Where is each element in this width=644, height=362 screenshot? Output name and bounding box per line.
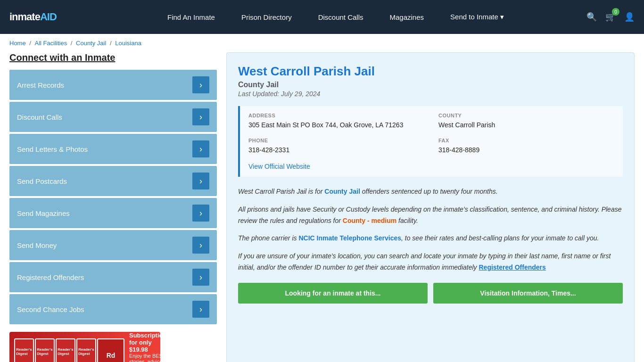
desc3-post: , to see their rates and best-calling pl… <box>401 234 599 242</box>
sidebar-item-label: Send Magazines <box>17 209 70 217</box>
county-value: West Carroll Parish <box>438 120 614 130</box>
desc-paragraph-3: The phone carrier is NCIC Inmate Telepho… <box>238 233 623 244</box>
ad-text: 1 Year Subscription for only $19.98 Enjo… <box>129 332 160 362</box>
website-field: View Official Website <box>248 163 614 170</box>
nav-discount-calls[interactable]: Discount Calls <box>305 13 377 21</box>
facility-info-box: ADDRESS 305 East Main St PO Box 744, Oak… <box>238 106 623 177</box>
fax-value: 318-428-8889 <box>438 145 614 155</box>
fax-field: FAX 318-428-8889 <box>438 138 614 155</box>
sidebar-item-send-magazines[interactable]: Send Magazines › <box>9 198 217 228</box>
breadcrumb-sep-3: / <box>110 40 113 47</box>
phone-label: PHONE <box>248 138 424 143</box>
sidebar-arrow-send-money: › <box>192 237 209 254</box>
sidebar-item-label: Send Postcards <box>17 177 67 185</box>
nav-find-inmate[interactable]: Find An Inmate <box>154 13 228 21</box>
search-icon[interactable]: 🔍 <box>586 12 597 22</box>
sidebar-item-send-money[interactable]: Send Money › <box>9 230 217 260</box>
looking-for-inmate-button[interactable]: Looking for an inmate at this... <box>238 283 428 304</box>
desc-paragraph-1: West Carroll Parish Jail is for County J… <box>238 186 623 197</box>
address-label: ADDRESS <box>248 113 424 118</box>
sidebar-arrow-second-chance-jobs: › <box>192 301 209 318</box>
header-icons: 🔍 🛒 0 👤 <box>586 12 635 22</box>
facility-content: West Carroll Parish Jail County Jail Las… <box>226 52 635 362</box>
sidebar-arrow-registered-offenders: › <box>192 269 209 286</box>
desc3-pre: The phone carrier is <box>238 234 298 242</box>
breadcrumb-county-jail[interactable]: County Jail <box>76 40 106 47</box>
main-nav: Find An Inmate Prison Directory Discount… <box>85 13 586 21</box>
desc2-pre: All prisons and jails have Security or C… <box>238 206 621 224</box>
sidebar-item-discount-calls[interactable]: Discount Calls › <box>9 102 217 132</box>
facility-last-updated: Last Updated: July 29, 2024 <box>238 90 623 98</box>
facility-title: West Carroll Parish Jail <box>238 64 623 79</box>
cart-badge: 0 <box>612 8 619 16</box>
logo: inmateAID <box>9 11 57 23</box>
visitation-info-button[interactable]: Visitation Information, Times... <box>433 283 623 304</box>
breadcrumb-sep-1: / <box>29 40 33 47</box>
desc1-highlight: County Jail <box>324 188 360 195</box>
facility-description: West Carroll Parish Jail is for County J… <box>238 186 623 273</box>
breadcrumb: Home / All Facilities / County Jail / Lo… <box>0 34 644 52</box>
logo-inmate-text: inmate <box>9 11 40 23</box>
ad-inner: Reader'sDigest Reader'sDigest Reader'sDi… <box>9 332 160 362</box>
sidebar-item-label: Discount Calls <box>17 113 62 121</box>
sidebar-arrow-send-letters: › <box>192 140 209 157</box>
logo-aid-text: AID <box>40 11 57 23</box>
desc3-highlight: NCIC Inmate Telephone Services <box>298 234 401 242</box>
breadcrumb-home[interactable]: Home <box>9 40 26 47</box>
county-label: COUNTY <box>438 113 614 118</box>
breadcrumb-sep-2: / <box>71 40 74 47</box>
sidebar-item-registered-offenders[interactable]: Registered Offenders › <box>9 262 217 292</box>
sidebar-title: Connect with an Inmate <box>9 52 217 63</box>
nav-prison-directory[interactable]: Prison Directory <box>228 13 305 21</box>
view-website-link[interactable]: View Official Website <box>248 163 310 170</box>
cart-icon[interactable]: 🛒 0 <box>605 12 616 22</box>
desc2-post: facility. <box>396 217 418 224</box>
sidebar-item-arrest-records[interactable]: Arrest Records › <box>9 70 217 100</box>
desc1-pre: West Carroll Parish Jail is for <box>238 188 324 195</box>
user-icon[interactable]: 👤 <box>624 12 635 22</box>
main-layout: Connect with an Inmate Arrest Records › … <box>0 52 644 362</box>
advertisement-banner[interactable]: Reader'sDigest Reader'sDigest Reader'sDi… <box>9 332 160 362</box>
address-value: 305 East Main St PO Box 744, Oak Grove, … <box>248 120 424 130</box>
sidebar-item-label: Send Letters & Photos <box>17 145 88 153</box>
sidebar-item-send-letters[interactable]: Send Letters & Photos › <box>9 134 217 164</box>
fax-label: FAX <box>438 138 614 143</box>
address-field: ADDRESS 305 East Main St PO Box 744, Oak… <box>248 113 424 130</box>
sidebar-arrow-arrest-records: › <box>192 76 209 93</box>
desc1-post: offenders sentenced up to twenty four mo… <box>360 188 498 195</box>
registered-offenders-link[interactable]: Registered Offenders <box>479 263 545 271</box>
ad-subscription-text: 1 Year Subscription for only $19.98 <box>129 332 160 353</box>
desc4-text: If you are unsure of your inmate’s locat… <box>238 252 611 271</box>
desc-paragraph-4: If you are unsure of your inmate’s locat… <box>238 251 623 273</box>
main-header: inmateAID Find An Inmate Prison Director… <box>0 0 644 34</box>
sidebar-item-label: Send Money <box>17 241 57 249</box>
nav-magazines[interactable]: Magazines <box>377 13 438 21</box>
rd-logo-small-2: Reader'sDigest <box>35 338 55 362</box>
rd-logo-small-1: Reader'sDigest <box>14 338 34 362</box>
nav-send-to-inmate[interactable]: Send to Inmate <box>437 13 517 21</box>
sidebar-item-second-chance-jobs[interactable]: Second Chance Jobs › <box>9 294 217 324</box>
rd-logo-main: Rd <box>97 338 124 362</box>
sidebar-item-send-postcards[interactable]: Send Postcards › <box>9 166 217 196</box>
breadcrumb-all-facilities[interactable]: All Facilities <box>35 40 67 47</box>
sidebar-arrow-send-magazines: › <box>192 205 209 222</box>
sidebar-arrow-discount-calls: › <box>192 108 209 125</box>
desc-paragraph-2: All prisons and jails have Security or C… <box>238 204 623 227</box>
rd-logo-small-4: Reader'sDigest <box>76 338 96 362</box>
phone-value: 318-428-2331 <box>248 145 424 155</box>
breadcrumb-louisiana[interactable]: Louisiana <box>115 40 141 47</box>
phone-field: PHONE 318-428-2331 <box>248 138 424 155</box>
rd-logo-stack: Reader'sDigest Reader'sDigest Reader'sDi… <box>14 338 124 362</box>
ad-tagline: Enjoy the BEST stories, advice & jokes! <box>129 353 160 362</box>
sidebar-item-label: Second Chance Jobs <box>17 305 84 313</box>
rd-logo-small-3: Reader'sDigest <box>56 338 75 362</box>
facility-type: County Jail <box>238 81 623 89</box>
desc2-highlight: County - medium <box>343 217 396 224</box>
sidebar-arrow-send-postcards: › <box>192 173 209 189</box>
bottom-buttons: Looking for an inmate at this... Visitat… <box>238 283 623 304</box>
sidebar-menu: Arrest Records › Discount Calls › Send L… <box>9 70 217 324</box>
logo-area[interactable]: inmateAID <box>9 11 85 23</box>
county-field: COUNTY West Carroll Parish <box>438 113 614 130</box>
sidebar-item-label: Registered Offenders <box>17 273 84 281</box>
sidebar-item-label: Arrest Records <box>17 81 64 89</box>
